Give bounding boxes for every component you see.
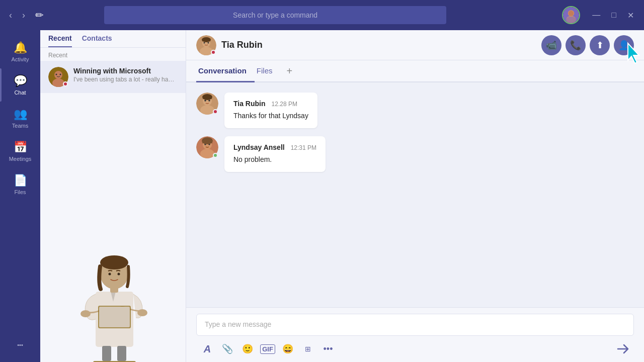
message-toolbar: A 📎 🙂 GIF 😄 ⊞ ••• (196, 340, 634, 358)
tab-bar: Conversation Files + (186, 60, 644, 82)
message-input[interactable]: Type a new message (196, 314, 634, 336)
illustration-area (40, 212, 186, 363)
message-meta: Lyndsay Ansell 12:31 PM (233, 143, 316, 151)
sticker-button[interactable]: 😄 (279, 340, 297, 358)
message-time: 12:31 PM (291, 144, 316, 151)
message-sender: Lyndsay Ansell (233, 143, 285, 151)
sidebar-more-button[interactable]: ••• (0, 336, 40, 354)
svg-point-20 (117, 273, 120, 276)
cursor-icon (624, 41, 644, 65)
sidebar: 🔔 Activity 💬 Chat 👥 Teams 📅 Meetings 📄 F… (0, 30, 40, 362)
compose-icon[interactable]: ✏ (35, 9, 44, 21)
svg-point-18 (100, 255, 128, 269)
chat-header: Tia Rubin 📹 📞 ⬆ 👤 (186, 30, 644, 60)
tab-contacts[interactable]: Contacts (82, 30, 112, 47)
add-tab-button[interactable]: + (283, 61, 297, 81)
chat-item-preview: I've been using tabs a lot - really hand… (73, 76, 178, 83)
list-item[interactable]: Winning with Microsoft I've been using t… (40, 61, 186, 93)
svg-point-8 (56, 74, 57, 75)
svg-point-12 (80, 310, 91, 317)
sticker-icon: 😄 (282, 343, 293, 354)
nav-forward-button[interactable]: › (19, 9, 28, 22)
svg-point-9 (60, 74, 61, 75)
sidebar-item-chat-label: Chat (14, 89, 26, 96)
main-container: 🔔 Activity 💬 Chat 👥 Teams 📅 Meetings 📄 F… (0, 30, 644, 362)
nav-controls: ‹ › (6, 9, 28, 22)
files-icon: 📄 (14, 174, 27, 187)
meet-icon: ⊞ (305, 345, 311, 353)
emoji-icon: 🙂 (242, 343, 253, 354)
message-bubble: Lyndsay Ansell 12:31 PM No problem. (196, 136, 634, 172)
format-text-button[interactable]: A (198, 340, 216, 358)
nav-back-button[interactable]: ‹ (6, 9, 15, 22)
audio-call-button[interactable]: 📞 (566, 35, 586, 55)
attach-button[interactable]: 📎 (218, 340, 236, 358)
chat-tabs: Recent Contacts (40, 30, 186, 48)
recent-label: Recent (40, 48, 186, 61)
message-input-area: Type a new message A 📎 🙂 GIF 😄 (186, 307, 644, 362)
video-icon: 📹 (546, 40, 557, 51)
msg2-status-dot (213, 153, 218, 158)
sidebar-item-files[interactable]: 📄 Files (0, 168, 40, 201)
message-meta: Tia Rubin 12.28 PM (233, 100, 308, 108)
teams-icon: 👥 (14, 108, 27, 121)
sidebar-item-teams[interactable]: 👥 Teams (0, 102, 40, 135)
tab-files[interactable]: Files (255, 60, 281, 82)
msg1-status-dot (213, 109, 218, 114)
share-screen-button[interactable]: ⬆ (590, 35, 610, 55)
add-people-button[interactable]: 👤 (614, 35, 634, 55)
sidebar-item-meetings-label: Meetings (9, 156, 32, 162)
search-input[interactable] (104, 6, 446, 24)
svg-rect-21 (102, 346, 111, 361)
tab-recent[interactable]: Recent (48, 30, 72, 47)
chat-item-avatar (48, 67, 68, 87)
emoji-button[interactable]: 🙂 (238, 340, 257, 358)
gif-button[interactable]: GIF (259, 340, 277, 358)
svg-point-35 (202, 94, 212, 100)
sidebar-item-chat[interactable]: 💬 Chat (0, 68, 40, 102)
more-options-button[interactable]: ••• (319, 340, 337, 358)
message-text: No problem. (233, 154, 316, 165)
svg-point-28 (208, 42, 209, 43)
svg-point-13 (137, 309, 147, 316)
sidebar-item-meetings[interactable]: 📅 Meetings (0, 135, 40, 168)
svg-point-29 (202, 37, 211, 42)
message-content: Tia Rubin 12.28 PM Thanks for that Lynds… (224, 93, 317, 128)
send-icon (617, 343, 629, 355)
svg-rect-15 (99, 307, 130, 327)
message-avatar (196, 93, 218, 115)
header-status-dot (211, 50, 216, 55)
chat-list-panel: Recent Contacts Recent Wi (40, 30, 186, 362)
meetings-icon: 📅 (14, 141, 27, 154)
chat-main: Tia Rubin 📹 📞 ⬆ 👤 (186, 30, 644, 362)
message-time: 12.28 PM (272, 101, 297, 108)
sidebar-item-activity-label: Activity (12, 56, 29, 62)
minimize-button[interactable]: — (588, 10, 604, 21)
tab-conversation[interactable]: Conversation (196, 60, 255, 82)
svg-point-6 (54, 71, 62, 79)
sidebar-item-teams-label: Teams (12, 123, 28, 129)
avatar[interactable] (562, 6, 580, 24)
chat-header-actions: 📹 📞 ⬆ 👤 (541, 35, 634, 55)
svg-rect-22 (117, 346, 126, 361)
svg-point-3 (569, 11, 574, 16)
send-button[interactable] (614, 340, 632, 358)
messages-area: Tia Rubin 12.28 PM Thanks for that Lynds… (186, 82, 644, 307)
title-bar: ‹ › ✏ — □ ✕ (0, 0, 644, 30)
message-avatar (196, 136, 218, 158)
sidebar-item-files-label: Files (14, 189, 26, 195)
share-icon: ⬆ (596, 40, 604, 51)
chat-list: Winning with Microsoft I've been using t… (40, 61, 186, 212)
status-dot-busy (63, 81, 68, 86)
maximize-button[interactable]: □ (607, 10, 620, 21)
title-bar-right: — □ ✕ (562, 6, 638, 24)
format-icon: A (204, 343, 211, 355)
message-sender: Tia Rubin (233, 100, 266, 108)
illustration (68, 221, 158, 362)
activity-icon: 🔔 (14, 41, 27, 54)
message-text: Thanks for that Lyndsay (233, 111, 308, 121)
meet-button[interactable]: ⊞ (299, 340, 317, 358)
sidebar-item-activity[interactable]: 🔔 Activity (0, 35, 40, 68)
video-call-button[interactable]: 📹 (541, 35, 561, 55)
close-button[interactable]: ✕ (623, 10, 638, 21)
